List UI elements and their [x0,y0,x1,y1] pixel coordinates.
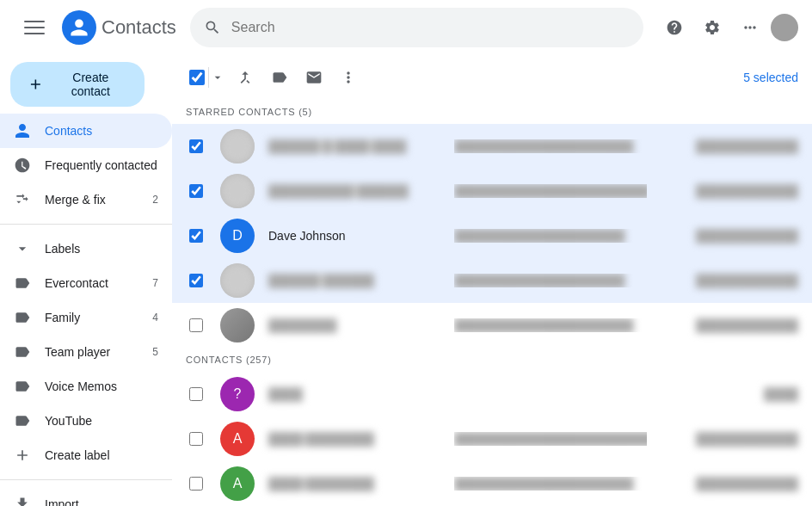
label-icon-evercontact [14,275,31,292]
table-row[interactable]: D Dave Johnson ████████████████████ ████… [172,213,812,258]
sidebar-divider-1 [0,224,172,225]
avatar [220,129,255,164]
search-input[interactable] [231,20,630,35]
chevron-small-icon [211,71,225,84]
email-toolbar-icon [305,69,323,86]
search-icon [204,19,221,36]
label-toolbar-btn[interactable] [264,62,295,93]
contact-phone: ████ [661,387,798,401]
avatar [220,174,255,208]
plus-icon [28,76,44,93]
contact-list: STARRED CONTACTS (5) ██████ █ ████ ████ … [172,100,812,506]
contact-name: ████████ [268,318,440,332]
sidebar-merge-badge: 2 [152,194,158,206]
merge-toolbar-btn[interactable] [230,62,261,93]
sidebar-item-merge-fix[interactable]: Merge & fix 2 [0,182,172,217]
select-all-combo [186,66,226,89]
avatar: D [220,219,255,253]
table-row[interactable]: ██████ █ ████ ████ █████████████████████… [172,124,812,169]
selected-count: 5 selected [743,71,798,84]
create-contact-section: Create contact [10,62,162,107]
select-all-checkbox[interactable] [186,66,208,89]
import-icon [14,496,31,506]
labels-header-label: Labels [45,242,80,256]
email-toolbar-btn[interactable] [298,62,329,93]
contacts-icon [14,122,31,139]
sidebar-item-family[interactable]: Family 4 [0,300,172,335]
contact-email: █████████████████████ [454,477,647,491]
row-checkbox-s1[interactable] [186,136,206,157]
table-row[interactable]: ██████ ██████ ████████████████████ █████… [172,258,812,303]
top-bar: Contacts [0,0,812,55]
contact-name: Dave Johnson [268,229,440,243]
user-avatar[interactable] [771,14,798,41]
sidebar-family-label: Family [45,311,138,324]
contact-phone: ████████████ [661,229,798,243]
sidebar-item-team-player[interactable]: Team player 5 [0,335,172,369]
contact-name: ██████████ ██████ [268,184,440,198]
plus-label-icon [14,447,31,464]
row-checkbox-c2[interactable] [186,429,206,449]
table-row[interactable]: ██████████ ██████ ██████████████████████… [172,169,812,213]
contact-name: ████ ████████ [268,432,440,446]
create-contact-button[interactable]: Create contact [10,62,145,107]
row-checkbox-s4[interactable] [186,270,206,291]
sidebar-divider-2 [0,479,172,480]
row-checkbox-s3[interactable] [186,225,206,246]
sidebar-item-youtube[interactable]: YouTube [0,404,172,438]
row-checkbox-c3[interactable] [186,473,206,494]
starred-section-header: STARRED CONTACTS (5) [172,100,812,124]
table-row[interactable]: A ████ ████████ ████████████████████████… [172,417,812,461]
sidebar-frequently-label: Frequently contacted [45,158,158,172]
label-icon-youtube [14,412,31,429]
search-bar[interactable] [190,8,643,47]
table-row[interactable]: ████████ █████████████████████ █████████… [172,303,812,348]
sidebar-item-frequently-contacted[interactable]: Frequently contacted [0,148,172,182]
labels-header[interactable]: Labels [0,231,172,266]
contacts-section-header: CONTACTS (257) [172,348,812,372]
sidebar-item-evercontact[interactable]: Evercontact 7 [0,266,172,300]
contact-email: █████████████████████ [454,139,647,153]
apps-button[interactable] [733,10,767,45]
table-row[interactable]: ? ████ ████ [172,372,812,417]
row-checkbox-s2[interactable] [186,181,206,201]
menu-button[interactable] [14,7,55,48]
contact-phone: ████████████ [661,184,798,198]
settings-button[interactable] [695,10,729,45]
contact-name: ████ ████████ [268,477,440,491]
label-icon-family [14,309,31,326]
label-icon-voice-memos [14,378,31,395]
sidebar-family-badge: 4 [152,312,158,324]
sidebar-item-create-label[interactable]: Create label [0,438,172,472]
sidebar-item-contacts[interactable]: Contacts [0,114,172,148]
help-button[interactable] [657,10,692,45]
more-vert-icon [340,69,357,86]
contact-email: ████████████████████ [454,229,647,243]
row-checkbox-c1[interactable] [186,384,206,404]
import-label: Import [45,497,158,506]
contact-phone: ████████████ [661,477,798,491]
sidebar-evercontact-badge: 7 [152,277,158,289]
table-row[interactable]: A ████ ████████ █████████████████████ ██… [172,461,812,506]
app-logo: Contacts [62,10,176,45]
select-all-input[interactable] [189,70,205,85]
label-toolbar-icon [271,69,288,86]
contact-email: ████████████████████████ [454,432,647,446]
more-toolbar-btn[interactable] [333,62,364,93]
clock-icon [14,157,31,174]
sidebar-item-voice-memos[interactable]: Voice Memos [0,369,172,404]
create-label-text: Create label [45,448,158,462]
contact-name: ████ [268,387,440,401]
chevron-down-icon [14,240,31,257]
sidebar-youtube-label: YouTube [45,414,158,428]
contact-email: ████████████████████ [454,274,647,287]
sidebar-merge-label: Merge & fix [45,193,138,207]
contact-phone: ████████████ [661,318,798,332]
select-dropdown-arrow[interactable] [208,67,226,88]
svg-rect-2 [24,33,45,34]
row-checkbox-s5[interactable] [186,315,206,336]
label-icon-team-player [14,343,31,361]
sidebar-team-player-label: Team player [45,345,138,359]
sidebar-item-import[interactable]: Import [0,487,172,506]
contact-email: █████████████████████ [454,318,647,332]
